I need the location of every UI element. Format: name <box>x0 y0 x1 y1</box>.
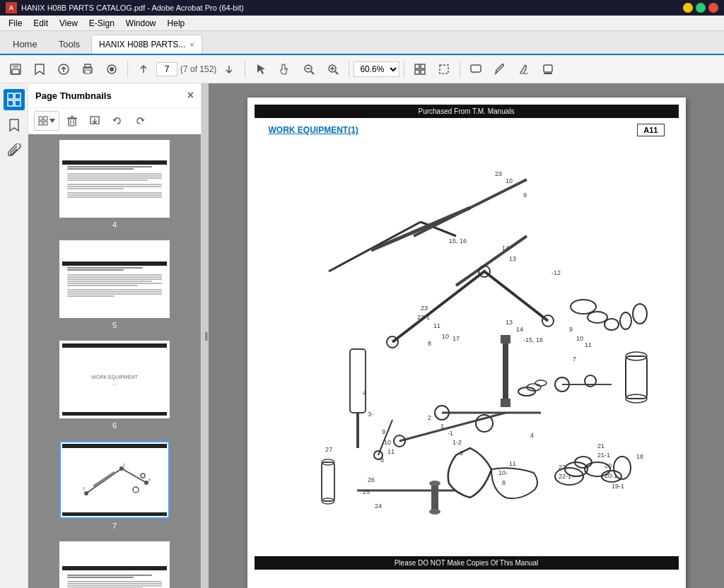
hand-tool[interactable] <box>274 58 296 81</box>
menu-esign[interactable]: E-Sign <box>83 17 120 30</box>
menu-view[interactable]: View <box>54 17 83 30</box>
thumb-frame-6[interactable]: WORK EQUIPMENT — <box>59 341 170 418</box>
menu-window[interactable]: Window <box>120 17 162 30</box>
svg-text:10: 10 <box>506 177 513 184</box>
svg-point-58 <box>571 300 596 314</box>
page-input[interactable] <box>156 62 177 76</box>
svg-point-45 <box>133 487 139 493</box>
svg-text:21: 21 <box>597 442 605 449</box>
zoom-in-button[interactable] <box>322 58 344 81</box>
thumb-frame-5[interactable] <box>59 240 170 318</box>
tools-tab[interactable]: Tools <box>49 35 90 54</box>
svg-text:18: 18 <box>636 453 643 460</box>
thumbnail-5: 5 <box>59 240 170 329</box>
doc-tab-close[interactable]: × <box>189 40 194 49</box>
page-navigation: (7 of 152) <box>156 62 216 76</box>
panel-close-button[interactable]: × <box>187 89 194 102</box>
upload-button[interactable] <box>52 58 75 81</box>
panel-header: Page Thumbnails × <box>28 83 201 108</box>
redact-button[interactable] <box>100 58 123 81</box>
panel-extract-button[interactable] <box>85 111 105 131</box>
svg-rect-16 <box>415 64 419 69</box>
svg-rect-2 <box>12 69 19 74</box>
print-button[interactable] <box>76 58 99 81</box>
svg-text:9: 9 <box>382 428 385 435</box>
svg-text:23: 23 <box>495 170 502 177</box>
panel-rotate-cw-button[interactable] <box>130 111 150 131</box>
svg-point-46 <box>141 474 145 478</box>
svg-line-39 <box>86 469 122 493</box>
svg-text:13: 13 <box>506 319 513 326</box>
svg-point-81 <box>429 509 440 514</box>
thumb-label-6: 6 <box>112 421 117 430</box>
thumb-frame-7[interactable]: 1 2 3 <box>59 441 170 519</box>
svg-point-61 <box>620 312 631 329</box>
pointer-tool[interactable] <box>250 58 272 81</box>
svg-rect-30 <box>44 117 47 120</box>
menu-edit[interactable]: Edit <box>28 17 54 30</box>
svg-rect-28 <box>15 100 21 106</box>
panel-rotate-ccw-button[interactable] <box>107 111 127 131</box>
pdf-bottom-bar: Please DO NOT Make Copies Of This Manual <box>255 556 679 570</box>
svg-text:24: 24 <box>375 502 382 510</box>
zoom-out-button[interactable] <box>298 58 320 81</box>
marquee-tool[interactable] <box>433 58 455 81</box>
zoom-dropdown[interactable]: 60.6% <box>354 61 399 77</box>
save-button[interactable] <box>4 58 27 81</box>
menu-help[interactable]: Help <box>162 17 191 30</box>
svg-line-41 <box>93 472 115 486</box>
next-page-button[interactable] <box>218 58 240 81</box>
thumbnails-panel[interactable]: 4 <box>28 134 201 588</box>
pdf-page: Purchased From T.M. Manuals WORK EQUIPME… <box>247 98 686 588</box>
minimize-button[interactable] <box>683 3 693 13</box>
pdf-title-area: WORK EQUIPMENT(1) A11 <box>269 124 665 136</box>
thumb-frame-8[interactable] <box>59 541 170 588</box>
sidebar-attachments-icon[interactable] <box>4 140 25 161</box>
tab-bar: Home Tools HANIX H08B PARTS... × <box>0 31 724 55</box>
svg-text:27: 27 <box>325 446 332 453</box>
svg-text:17: 17 <box>452 335 460 342</box>
pen-button[interactable] <box>489 58 511 81</box>
maximize-button[interactable] <box>696 3 706 13</box>
panel-view-dropdown[interactable] <box>34 111 59 131</box>
panel-resize-handle[interactable]: ▐ <box>202 83 209 588</box>
svg-text:11: 11 <box>585 341 592 348</box>
menu-file[interactable]: File <box>3 17 28 30</box>
svg-text:9: 9 <box>569 326 573 333</box>
close-button[interactable] <box>708 3 718 13</box>
svg-text:20-1: 20-1 <box>605 472 617 479</box>
svg-rect-19 <box>421 70 425 74</box>
svg-rect-85 <box>626 356 647 399</box>
svg-point-80 <box>429 481 440 486</box>
panel-title: Page Thumbnails <box>35 90 112 101</box>
svg-rect-20 <box>440 65 448 74</box>
svg-text:21-1: 21-1 <box>597 452 610 459</box>
panel-delete-button[interactable] <box>62 111 82 131</box>
svg-rect-27 <box>8 100 13 106</box>
svg-rect-18 <box>415 70 419 74</box>
page-total: (7 of 152) <box>180 64 216 74</box>
sidebar-thumbnails-icon[interactable] <box>4 89 25 110</box>
svg-text:25: 25 <box>363 488 370 495</box>
doc-tab[interactable]: HANIX H08B PARTS... × <box>91 35 202 54</box>
svg-text:10: 10 <box>576 335 583 342</box>
svg-text:20: 20 <box>605 462 612 469</box>
svg-rect-1 <box>13 64 18 68</box>
fit-page-button[interactable] <box>409 58 431 81</box>
sidebar-bookmarks-icon[interactable] <box>4 114 25 136</box>
comment-button[interactable] <box>465 58 487 81</box>
bookmark-button[interactable] <box>28 58 51 81</box>
thumb-frame-4[interactable] <box>59 140 170 218</box>
svg-rect-26 <box>15 93 21 99</box>
stamp-button[interactable] <box>537 58 559 81</box>
svg-line-11 <box>311 71 314 74</box>
svg-line-50 <box>329 222 421 271</box>
sign-button[interactable] <box>513 58 535 81</box>
svg-rect-32 <box>44 122 47 125</box>
svg-text:8: 8 <box>380 457 384 464</box>
prev-page-button[interactable] <box>132 58 155 81</box>
home-tab[interactable]: Home <box>3 35 47 54</box>
pdf-section-title: WORK EQUIPMENT(1) <box>269 125 358 135</box>
pdf-viewer-area[interactable]: Purchased From T.M. Manuals WORK EQUIPME… <box>209 83 724 588</box>
svg-point-77 <box>535 380 547 386</box>
